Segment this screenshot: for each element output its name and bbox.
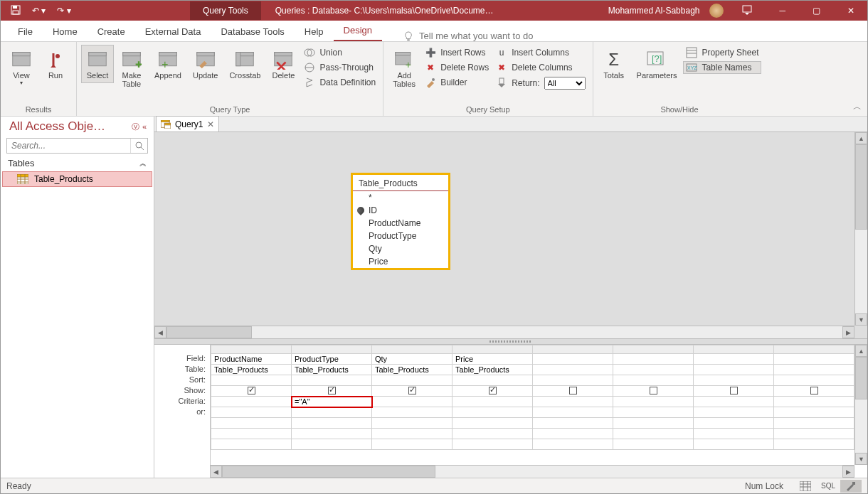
union-button[interactable]: Union xyxy=(301,46,379,59)
close-tab-icon[interactable]: ✕ xyxy=(207,119,214,129)
design-hscroll[interactable]: ◀▶ xyxy=(154,326,854,338)
data-definition-icon xyxy=(304,77,315,88)
show-checkbox[interactable] xyxy=(248,387,255,394)
show-checkbox[interactable] xyxy=(569,387,577,394)
table-field[interactable]: Qty xyxy=(353,242,448,255)
document-tabs: Query1 ✕ xyxy=(154,117,867,132)
table-names-button[interactable]: XYZTable Names xyxy=(683,61,761,74)
insert-rows-button[interactable]: ➕Insert Rows xyxy=(422,46,492,59)
show-checkbox[interactable] xyxy=(328,387,336,394)
table-box-table-products[interactable]: Table_Products *IDProductNameProductType… xyxy=(351,173,450,270)
user-name[interactable]: Mohammed Al-Sabbagh xyxy=(608,6,700,16)
delete-rows-button[interactable]: ✖Delete Rows xyxy=(422,61,492,74)
user-avatar[interactable] xyxy=(709,4,724,18)
view-sql-icon[interactable]: SQL xyxy=(817,480,839,493)
svg-rect-42 xyxy=(164,123,171,125)
view-datasheet-icon[interactable] xyxy=(795,480,816,493)
query-icon xyxy=(161,120,171,129)
nav-item-label: Table_Products xyxy=(34,174,93,184)
ribbon: View▾ Run Results Select ✚Make Table +Ap… xyxy=(1,42,867,117)
passthrough-label: Pass-Through xyxy=(319,63,373,73)
append-button[interactable]: +Append xyxy=(149,45,186,83)
add-tables-button[interactable]: +Add Tables xyxy=(388,45,420,92)
tab-database-tools[interactable]: Database Tools xyxy=(211,22,294,41)
tab-design[interactable]: Design xyxy=(334,21,382,41)
grid-hscroll[interactable]: ◀▶ xyxy=(210,465,854,478)
nav-title[interactable]: All Access Obje… xyxy=(9,119,130,134)
ribbon-tab-strip: File Home Create External Data Database … xyxy=(1,21,867,42)
design-vscroll[interactable]: ▲▼ xyxy=(854,132,867,326)
tell-me-search[interactable]: Tell me what you want to do xyxy=(382,31,860,41)
query-design-surface[interactable]: Table_Products *IDProductNameProductType… xyxy=(154,132,867,338)
svg-rect-20 xyxy=(236,53,240,66)
tab-home[interactable]: Home xyxy=(43,22,88,41)
return-label: Return: xyxy=(512,78,539,88)
crosstab-button[interactable]: Crosstab xyxy=(224,45,265,83)
redo-icon[interactable]: ↷ ▾ xyxy=(53,3,75,18)
delete-columns-label: Delete Columns xyxy=(512,63,572,73)
delete-rows-icon: ✖ xyxy=(425,62,436,73)
nav-item-table-products[interactable]: Table_Products xyxy=(2,171,152,187)
show-checkbox[interactable] xyxy=(650,387,657,394)
delete-columns-button[interactable]: ✖Delete Columns xyxy=(493,61,588,74)
svg-rect-9 xyxy=(89,53,107,56)
close-button[interactable]: ✕ xyxy=(839,3,863,18)
data-definition-button[interactable]: Data Definition xyxy=(301,76,379,89)
contextual-tab-label: Query Tools xyxy=(190,1,261,20)
table-field[interactable]: * xyxy=(353,191,448,204)
tab-external-data[interactable]: External Data xyxy=(135,22,211,41)
table-field[interactable]: ProductType xyxy=(353,230,448,242)
ribbon-options-icon[interactable] xyxy=(734,2,761,20)
show-checkbox[interactable] xyxy=(810,387,818,394)
tab-help[interactable]: Help xyxy=(295,22,334,41)
svg-text:XYZ: XYZ xyxy=(687,65,697,70)
select-label: Select xyxy=(87,71,109,80)
delete-label: Delete xyxy=(272,71,295,80)
table-field[interactable]: ProductName xyxy=(353,217,448,230)
totals-button[interactable]: ΣTotals xyxy=(598,45,630,83)
svg-point-7 xyxy=(55,54,60,58)
builder-button[interactable]: Builder xyxy=(422,76,492,89)
passthrough-button[interactable]: Pass-Through xyxy=(301,61,379,74)
ribbon-group-query-type: Select ✚Make Table +Append Update Crosst… xyxy=(77,42,383,116)
table-field[interactable]: ID xyxy=(353,204,448,217)
nav-search-input[interactable] xyxy=(7,139,130,153)
qbe-grid[interactable]: ProductNameProductTypeQtyPriceTable_Prod… xyxy=(210,345,854,465)
return-control[interactable]: Return: All xyxy=(493,76,588,90)
view-button[interactable]: View▾ xyxy=(5,45,38,90)
save-icon[interactable] xyxy=(6,2,25,20)
update-button[interactable]: Update xyxy=(188,45,223,83)
document-tab-query1[interactable]: Query1 ✕ xyxy=(156,116,219,131)
append-label: Append xyxy=(154,71,181,80)
delete-button[interactable]: Delete xyxy=(267,45,300,83)
lightbulb-icon xyxy=(403,31,413,41)
make-table-button[interactable]: ✚Make Table xyxy=(115,45,148,92)
show-checkbox[interactable] xyxy=(489,387,497,394)
undo-icon[interactable]: ↶ ▾ xyxy=(28,3,50,18)
view-design-icon[interactable] xyxy=(840,480,862,493)
nav-section-tables[interactable]: Tables︽ xyxy=(1,155,154,171)
delete-columns-icon: ✖ xyxy=(496,62,507,73)
tab-create[interactable]: Create xyxy=(88,22,135,41)
maximize-button[interactable]: ▢ xyxy=(804,3,829,18)
design-splitter[interactable] xyxy=(154,338,867,345)
collapse-ribbon-icon[interactable]: ︿ xyxy=(853,101,862,113)
svg-rect-4 xyxy=(407,39,410,41)
insert-columns-button[interactable]: uInsert Columns xyxy=(493,46,588,59)
tab-file[interactable]: File xyxy=(8,22,43,41)
grid-vscroll[interactable]: ▲▼ xyxy=(854,345,867,465)
return-dropdown[interactable]: All xyxy=(544,77,586,90)
table-field[interactable]: Price xyxy=(353,255,448,268)
nav-filter-icon[interactable]: ⓥ xyxy=(130,120,141,134)
select-query-button[interactable]: Select xyxy=(81,45,114,83)
nav-search-button[interactable] xyxy=(130,139,147,153)
show-checkbox[interactable] xyxy=(408,387,416,394)
run-button[interactable]: Run xyxy=(39,45,72,83)
parameters-button[interactable]: [?]Parameters xyxy=(632,45,682,83)
show-checkbox[interactable] xyxy=(730,387,738,394)
minimize-button[interactable]: ─ xyxy=(771,3,794,18)
nav-collapse-icon[interactable]: « xyxy=(141,121,148,132)
ribbon-group-query-setup: +Add Tables ➕Insert Rows ✖Delete Rows Bu… xyxy=(383,42,593,116)
property-sheet-button[interactable]: Property Sheet xyxy=(683,46,761,59)
property-sheet-icon xyxy=(686,47,697,58)
